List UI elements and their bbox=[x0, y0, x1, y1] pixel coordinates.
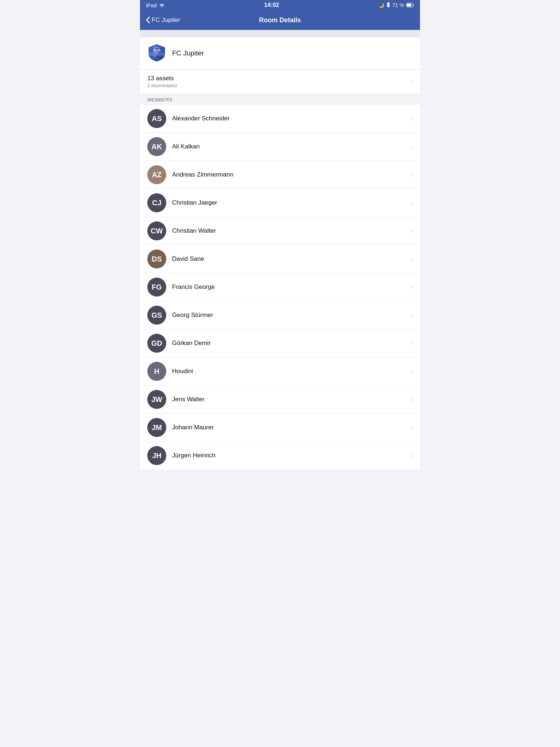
assets-count: 13 assets bbox=[147, 75, 177, 82]
moon-icon: 🌙 bbox=[378, 3, 384, 8]
list-item[interactable]: JHJürgen Heinrich› bbox=[140, 442, 420, 469]
member-name: Ali Kalkan bbox=[172, 143, 411, 150]
member-name: Görkan Demir bbox=[172, 340, 411, 347]
wifi-icon bbox=[159, 2, 165, 8]
avatar: FG bbox=[147, 278, 166, 297]
back-label: FC Jupiter bbox=[152, 16, 180, 24]
avatar: JW bbox=[147, 390, 166, 409]
room-name: FC Jupiter bbox=[172, 49, 204, 57]
list-item[interactable]: CJChristian Jaeger› bbox=[140, 189, 420, 217]
avatar: GS bbox=[147, 306, 166, 325]
list-item[interactable]: AZAndreas Zimmermann› bbox=[140, 161, 420, 189]
avatar: JM bbox=[147, 418, 166, 437]
member-chevron-icon: › bbox=[411, 171, 413, 179]
avatar: GD bbox=[147, 334, 166, 353]
member-name: Christian Jaeger bbox=[172, 199, 411, 206]
back-button[interactable]: FC Jupiter bbox=[146, 16, 213, 24]
member-chevron-icon: › bbox=[411, 396, 413, 403]
status-right: 🌙 71 % bbox=[378, 2, 414, 8]
battery-label: 71 % bbox=[392, 2, 404, 8]
avatar: CJ bbox=[147, 193, 166, 212]
avatar: DS bbox=[147, 249, 166, 268]
member-name: Jürgen Heinrich bbox=[172, 452, 411, 459]
list-item[interactable]: GSGeorg Stürmer› bbox=[140, 301, 420, 329]
list-item[interactable]: GDGörkan Demir› bbox=[140, 329, 420, 357]
members-section-header: MEMBERS bbox=[140, 93, 420, 105]
list-item[interactable]: AKAli Kalkan› bbox=[140, 133, 420, 161]
avatar: AK bbox=[147, 137, 166, 156]
ipad-label: iPad bbox=[146, 2, 157, 8]
list-item[interactable]: CWChristian Walter› bbox=[140, 217, 420, 245]
member-chevron-icon: › bbox=[411, 311, 413, 319]
assets-row[interactable]: 13 assets 2 downloaded › bbox=[140, 70, 420, 93]
list-item[interactable]: HHoudini› bbox=[140, 357, 420, 386]
avatar: AZ bbox=[147, 165, 166, 184]
nav-bar: FC Jupiter Room Details bbox=[140, 10, 420, 30]
list-item[interactable]: JWJens Walter› bbox=[140, 386, 420, 414]
avatar: AS bbox=[147, 109, 166, 128]
member-name: Alexander Schneider bbox=[172, 115, 411, 122]
svg-text:FC: FC bbox=[156, 52, 158, 54]
battery-icon bbox=[406, 2, 414, 8]
member-name: Jens Walter bbox=[172, 396, 411, 403]
member-name: Andreas Zimmermann bbox=[172, 171, 411, 178]
list-item[interactable]: DSDavid Sane› bbox=[140, 245, 420, 273]
member-name: Houdini bbox=[172, 368, 411, 375]
avatar: CW bbox=[147, 221, 166, 240]
top-spacer bbox=[140, 30, 420, 37]
list-item[interactable]: FGFrancis George› bbox=[140, 273, 420, 301]
list-item[interactable]: JMJohann Maurer› bbox=[140, 414, 420, 442]
member-name: Johann Maurer bbox=[172, 424, 411, 431]
member-name: Christian Walter bbox=[172, 227, 411, 235]
member-name: David Sane bbox=[172, 255, 411, 263]
page-title: Room Details bbox=[213, 16, 347, 24]
member-chevron-icon: › bbox=[411, 227, 413, 235]
member-chevron-icon: › bbox=[411, 340, 413, 347]
assets-chevron-icon: › bbox=[411, 78, 413, 85]
member-chevron-icon: › bbox=[411, 452, 413, 460]
avatar: JH bbox=[147, 446, 166, 465]
member-name: Georg Stürmer bbox=[172, 311, 411, 319]
member-chevron-icon: › bbox=[411, 368, 413, 375]
member-chevron-icon: › bbox=[411, 283, 413, 291]
member-chevron-icon: › bbox=[411, 115, 413, 123]
assets-info: 13 assets 2 downloaded bbox=[147, 75, 177, 88]
assets-downloaded: 2 downloaded bbox=[147, 83, 177, 88]
member-chevron-icon: › bbox=[411, 255, 413, 263]
list-item[interactable]: ASAlexander Schneider› bbox=[140, 105, 420, 133]
status-left: iPad bbox=[146, 2, 165, 8]
svg-text:☆: ☆ bbox=[156, 48, 158, 51]
room-logo: JUPITER FC ☆ bbox=[147, 43, 166, 63]
svg-rect-3 bbox=[407, 4, 411, 7]
status-bar: iPad 14:02 🌙 71 % bbox=[140, 0, 420, 10]
bluetooth-icon bbox=[386, 2, 390, 8]
member-chevron-icon: › bbox=[411, 199, 413, 207]
room-header: JUPITER FC ☆ FC Jupiter bbox=[140, 37, 420, 69]
member-chevron-icon: › bbox=[411, 143, 413, 151]
member-list: ASAlexander Schneider›AKAli Kalkan›AZAnd… bbox=[140, 105, 420, 469]
avatar: H bbox=[147, 362, 166, 381]
member-name: Francis George bbox=[172, 283, 411, 291]
member-chevron-icon: › bbox=[411, 424, 413, 431]
status-time: 14:02 bbox=[264, 2, 279, 8]
members-label: MEMBERS bbox=[147, 97, 172, 102]
